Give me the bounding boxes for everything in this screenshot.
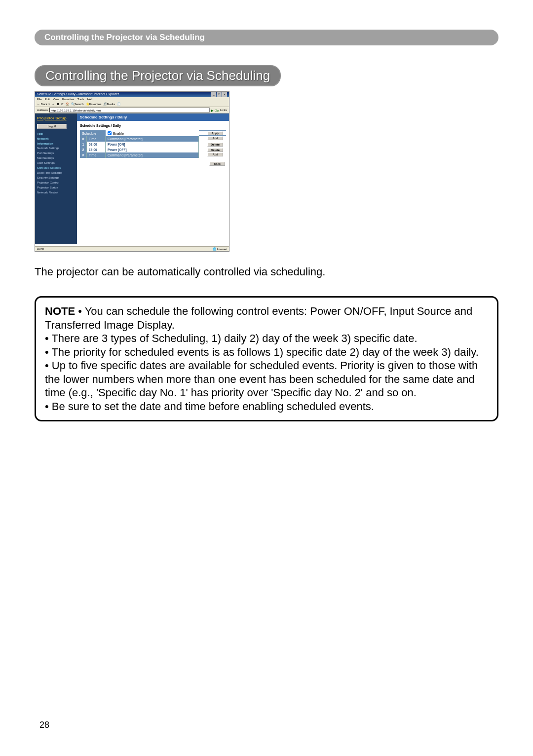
col-num-2: # [80,152,87,158]
nav-security-settings[interactable]: Security Settings [35,175,77,180]
col-time-2: Time [87,152,106,158]
schedule-enable-row: Schedule Enable Apply [80,130,226,136]
table-header: # Time Command [Parameter] Add [80,136,226,142]
status-right: 🌐 Internet [213,247,227,251]
window-buttons: _ □ × [211,92,227,97]
row-time: 17:00 [87,147,106,152]
menu-edit[interactable]: Edit [45,98,50,101]
schedule-table: Schedule Enable Apply # Time Command [Pa… [80,130,226,158]
nav-network-settings[interactable]: Network Settings [35,146,77,151]
address-label: Address [37,109,48,112]
note-label: NOTE [45,305,75,317]
note-line3: • The priority for scheduled events is a… [45,346,479,358]
logoff-button[interactable]: Logoff [37,124,67,129]
toolbar: ← Back ▾ → ✖ ⟳ 🏠 🔍Search ⭐Favorites 🎵Med… [35,101,229,107]
window-titlebar: Schedule Settings / Daily - Microsoft In… [35,92,229,97]
table-row: 1 08:00 Power [ON] Delete [80,142,226,147]
main-panel: Schedule Settings / Daily Schedule Setti… [77,113,229,244]
nav-projector-control[interactable]: Projector Control [35,180,77,185]
section-title-pill: Controlling the Projector via Scheduling [35,65,281,86]
note-line4: • Up to five specific dates are availabl… [45,359,478,399]
sidebar-network-label[interactable]: Network [35,136,77,141]
menu-favorites[interactable]: Favorites [62,98,75,101]
row-num: 1 [80,142,87,147]
nav-port-settings[interactable]: Port Settings [35,151,77,155]
table-row: 2 17:00 Power [OFF] Delete [80,147,226,152]
menu-view[interactable]: View [53,98,59,101]
col-cmd: Command [Parameter] [106,136,199,142]
schedule-label: Schedule [80,131,106,136]
col-time: Time [87,136,106,142]
sidebar-top-label: Top: [35,131,77,136]
apply-button[interactable]: Apply [207,131,223,135]
nav-datetime-settings[interactable]: Date/Time Settings [35,170,77,175]
status-bar: Done 🌐 Internet [35,246,229,251]
add-button-2[interactable]: Add [207,152,223,156]
menu-bar: File Edit View Favorites Tools Help [35,97,229,101]
home-button[interactable]: 🏠 [66,102,69,106]
intro-paragraph: The projector can be automatically contr… [35,265,498,278]
nav-projector-status[interactable]: Projector Status [35,185,77,190]
refresh-button[interactable]: ⟳ [61,102,64,106]
media-button[interactable]: 🎵Media [103,102,114,106]
links-label[interactable]: Links [220,109,227,112]
minimize-button[interactable]: _ [211,92,216,97]
close-button[interactable]: × [222,92,227,97]
menu-tools[interactable]: Tools [77,98,84,101]
enable-label: Enable [113,132,124,135]
enable-cell: Enable [106,130,199,136]
section-title: Controlling the Projector via Scheduling [45,68,270,83]
page-header-title: Controlling the Projector via Scheduling [44,33,205,42]
forward-button[interactable]: → [52,103,55,106]
nav-schedule-settings[interactable]: Schedule Settings [35,165,77,170]
row-num: 2 [80,147,87,152]
status-left: Done [37,247,44,251]
delete-button-1[interactable]: Delete [207,143,223,147]
window-title: Schedule Settings / Daily - Microsoft In… [37,92,119,97]
page-number: 28 [39,720,49,730]
ie-screenshot: Schedule Settings / Daily - Microsoft In… [35,91,229,252]
menu-file[interactable]: File [37,98,42,101]
back-row: Back [77,158,229,170]
content-area: Projector Setup Logoff Top: Network Info… [35,113,229,244]
sidebar-brand: Projector Setup [35,114,77,122]
delete-button-2[interactable]: Delete [207,148,223,152]
page-header-bar: Controlling the Projector via Scheduling [35,30,498,45]
address-input[interactable]: http://192.168.1.10/schedule/daily.html [49,108,210,113]
back-button[interactable]: ← Back ▾ [37,102,50,106]
row-time: 08:00 [87,142,106,147]
table-footer-header: # Time Command [Parameter] Add [80,152,226,158]
nav-network-restart[interactable]: Network Restart [35,190,77,195]
col-num: # [80,136,87,142]
address-bar: Address http://192.168.1.10/schedule/dai… [35,107,229,113]
row-cmd: Power [OFF] [106,147,199,152]
row-cmd: Power [ON] [106,142,199,147]
favorites-button[interactable]: ⭐Favorites [86,102,102,106]
history-button[interactable]: 🕘 [117,102,120,106]
col-cmd-2: Command [Parameter] [106,152,199,158]
enable-checkbox[interactable] [108,131,112,135]
sidebar: Projector Setup Logoff Top: Network Info… [35,113,77,244]
note-line2: • There are 3 types of Scheduling, 1) da… [45,332,418,344]
note-line1: • You can schedule the following control… [45,305,472,331]
sidebar-information-label[interactable]: Information [35,141,77,146]
main-subtitle: Schedule Settings / Daily [77,121,229,130]
back-button[interactable]: Back [209,162,225,166]
menu-help[interactable]: Help [87,98,93,101]
add-button-1[interactable]: Add [207,136,223,140]
nav-mail-settings[interactable]: Mail Settings [35,155,77,160]
stop-button[interactable]: ✖ [57,102,59,106]
note-line5: • Be sure to set the date and time befor… [45,400,374,413]
note-box: NOTE • You can schedule the following co… [35,296,498,421]
search-button[interactable]: 🔍Search [71,102,84,106]
maximize-button[interactable]: □ [217,92,222,97]
nav-alert-settings[interactable]: Alert Settings [35,160,77,165]
go-button[interactable]: ▶ Go [211,109,219,112]
main-title: Schedule Settings / Daily [77,113,229,121]
